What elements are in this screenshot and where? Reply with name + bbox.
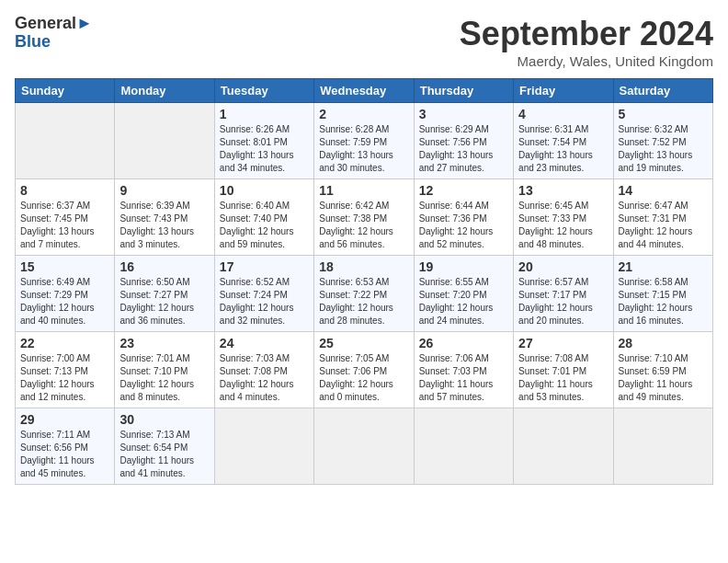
day-info: Sunrise: 6:45 AMSunset: 7:33 PMDaylight:… — [518, 201, 593, 249]
day-cell-23: 23 Sunrise: 7:01 AMSunset: 7:10 PMDaylig… — [115, 332, 214, 408]
day-info: Sunrise: 6:47 AMSunset: 7:31 PMDaylight:… — [619, 201, 693, 249]
day-info: Sunrise: 6:26 AMSunset: 8:01 PMDaylight:… — [220, 124, 294, 173]
day-number: 12 — [419, 183, 508, 198]
day-info: Sunrise: 6:42 AMSunset: 7:38 PMDaylight:… — [319, 201, 393, 249]
day-info: Sunrise: 6:53 AMSunset: 7:22 PMDaylight:… — [319, 277, 393, 326]
day-cell-27: 27 Sunrise: 7:08 AMSunset: 7:01 PMDaylig… — [514, 332, 613, 408]
day-number: 4 — [518, 107, 608, 121]
day-info: Sunrise: 6:32 AMSunset: 7:52 PMDaylight:… — [619, 124, 693, 173]
day-info: Sunrise: 6:28 AMSunset: 7:59 PMDaylight:… — [319, 124, 393, 173]
page-header: General► Blue September 2024 Maerdy, Wal… — [15, 15, 713, 69]
day-number: 8 — [20, 183, 109, 198]
day-cell-8: 8 Sunrise: 6:37 AMSunset: 7:45 PMDayligh… — [16, 179, 115, 256]
day-cell-15: 15 Sunrise: 6:49 AMSunset: 7:29 PMDaylig… — [16, 256, 115, 332]
day-number: 1 — [220, 107, 309, 121]
day-cell-20: 20 Sunrise: 6:57 AMSunset: 7:17 PMDaylig… — [514, 256, 613, 332]
day-info: Sunrise: 6:40 AMSunset: 7:40 PMDaylight:… — [220, 201, 294, 249]
empty-cell-w5-d5 — [514, 408, 613, 485]
day-info: Sunrise: 6:52 AMSunset: 7:24 PMDaylight:… — [220, 277, 294, 326]
logo-line2: Blue — [15, 33, 93, 52]
location: Maerdy, Wales, United Kingdom — [460, 53, 713, 69]
day-number: 29 — [20, 412, 109, 427]
day-number: 15 — [20, 259, 109, 274]
header-wednesday: Wednesday — [314, 79, 414, 103]
day-number: 28 — [619, 336, 708, 350]
day-number: 27 — [518, 336, 608, 350]
empty-cell-w5-d6 — [613, 408, 712, 485]
empty-cell-w1-d0 — [16, 103, 115, 179]
day-number: 20 — [518, 259, 608, 274]
day-info: Sunrise: 7:11 AMSunset: 6:56 PMDaylight:… — [20, 430, 95, 478]
day-number: 16 — [119, 259, 209, 274]
day-number: 23 — [119, 336, 209, 350]
title-area: September 2024 Maerdy, Wales, United Kin… — [460, 15, 713, 69]
day-info: Sunrise: 7:05 AMSunset: 7:06 PMDaylight:… — [319, 353, 393, 402]
day-number: 3 — [419, 107, 508, 121]
day-cell-22: 22 Sunrise: 7:00 AMSunset: 7:13 PMDaylig… — [16, 332, 115, 408]
day-cell-18: 18 Sunrise: 6:53 AMSunset: 7:22 PMDaylig… — [314, 256, 414, 332]
header-tuesday: Tuesday — [214, 79, 313, 103]
day-info: Sunrise: 6:39 AMSunset: 7:43 PMDaylight:… — [119, 201, 194, 249]
empty-cell-w1-d1 — [115, 103, 214, 179]
day-cell-10: 10 Sunrise: 6:40 AMSunset: 7:40 PMDaylig… — [214, 179, 313, 256]
day-info: Sunrise: 7:08 AMSunset: 7:01 PMDaylight:… — [518, 353, 593, 402]
day-number: 2 — [319, 107, 408, 121]
day-info: Sunrise: 6:31 AMSunset: 7:54 PMDaylight:… — [518, 124, 593, 173]
empty-cell-w5-d2 — [214, 408, 313, 485]
calendar-body: 1 Sunrise: 6:26 AMSunset: 8:01 PMDayligh… — [16, 103, 713, 485]
day-number: 14 — [619, 183, 708, 198]
header-saturday: Saturday — [613, 79, 712, 103]
day-cell-17: 17 Sunrise: 6:52 AMSunset: 7:24 PMDaylig… — [214, 256, 313, 332]
day-number: 11 — [319, 183, 408, 198]
empty-cell-w5-d4 — [414, 408, 513, 485]
day-info: Sunrise: 7:01 AMSunset: 7:10 PMDaylight:… — [119, 353, 194, 402]
week-row-1: 1 Sunrise: 6:26 AMSunset: 8:01 PMDayligh… — [16, 103, 713, 179]
day-info: Sunrise: 7:00 AMSunset: 7:13 PMDaylight:… — [20, 353, 95, 402]
day-number: 22 — [20, 336, 109, 350]
day-cell-28: 28 Sunrise: 7:10 AMSunset: 6:59 PMDaylig… — [613, 332, 712, 408]
day-cell-29: 29 Sunrise: 7:11 AMSunset: 6:56 PMDaylig… — [16, 408, 115, 485]
day-info: Sunrise: 7:06 AMSunset: 7:03 PMDaylight:… — [419, 353, 494, 402]
day-info: Sunrise: 7:10 AMSunset: 6:59 PMDaylight:… — [619, 353, 693, 402]
day-cell-4: 4 Sunrise: 6:31 AMSunset: 7:54 PMDayligh… — [514, 103, 613, 179]
day-number: 18 — [319, 259, 408, 274]
day-cell-25: 25 Sunrise: 7:05 AMSunset: 7:06 PMDaylig… — [314, 332, 414, 408]
day-info: Sunrise: 6:37 AMSunset: 7:45 PMDaylight:… — [20, 201, 95, 249]
day-number: 26 — [419, 336, 508, 350]
day-cell-2: 2 Sunrise: 6:28 AMSunset: 7:59 PMDayligh… — [314, 103, 414, 179]
day-cell-30: 30 Sunrise: 7:13 AMSunset: 6:54 PMDaylig… — [115, 408, 214, 485]
day-info: Sunrise: 6:57 AMSunset: 7:17 PMDaylight:… — [518, 277, 593, 326]
day-number: 10 — [220, 183, 309, 198]
header-thursday: Thursday — [414, 79, 513, 103]
day-cell-13: 13 Sunrise: 6:45 AMSunset: 7:33 PMDaylig… — [514, 179, 613, 256]
day-number: 21 — [619, 259, 708, 274]
day-cell-19: 19 Sunrise: 6:55 AMSunset: 7:20 PMDaylig… — [414, 256, 513, 332]
day-cell-5: 5 Sunrise: 6:32 AMSunset: 7:52 PMDayligh… — [613, 103, 712, 179]
day-cell-14: 14 Sunrise: 6:47 AMSunset: 7:31 PMDaylig… — [613, 179, 712, 256]
logo-line1: General► — [15, 15, 93, 33]
day-cell-16: 16 Sunrise: 6:50 AMSunset: 7:27 PMDaylig… — [115, 256, 214, 332]
calendar-header-row: SundayMondayTuesdayWednesdayThursdayFrid… — [16, 79, 713, 103]
day-info: Sunrise: 6:58 AMSunset: 7:15 PMDaylight:… — [619, 277, 693, 326]
day-info: Sunrise: 7:03 AMSunset: 7:08 PMDaylight:… — [220, 353, 294, 402]
day-number: 17 — [220, 259, 309, 274]
day-cell-1: 1 Sunrise: 6:26 AMSunset: 8:01 PMDayligh… — [214, 103, 313, 179]
empty-cell-w5-d3 — [314, 408, 414, 485]
day-info: Sunrise: 6:50 AMSunset: 7:27 PMDaylight:… — [119, 277, 194, 326]
day-info: Sunrise: 6:29 AMSunset: 7:56 PMDaylight:… — [419, 124, 494, 173]
calendar-table: SundayMondayTuesdayWednesdayThursdayFrid… — [15, 78, 713, 485]
day-info: Sunrise: 7:13 AMSunset: 6:54 PMDaylight:… — [119, 430, 194, 478]
day-number: 25 — [319, 336, 408, 350]
day-number: 19 — [419, 259, 508, 274]
day-cell-11: 11 Sunrise: 6:42 AMSunset: 7:38 PMDaylig… — [314, 179, 414, 256]
day-cell-3: 3 Sunrise: 6:29 AMSunset: 7:56 PMDayligh… — [414, 103, 513, 179]
week-row-5: 29 Sunrise: 7:11 AMSunset: 6:56 PMDaylig… — [16, 408, 713, 485]
day-info: Sunrise: 6:44 AMSunset: 7:36 PMDaylight:… — [419, 201, 494, 249]
day-cell-26: 26 Sunrise: 7:06 AMSunset: 7:03 PMDaylig… — [414, 332, 513, 408]
day-cell-9: 9 Sunrise: 6:39 AMSunset: 7:43 PMDayligh… — [115, 179, 214, 256]
week-row-3: 15 Sunrise: 6:49 AMSunset: 7:29 PMDaylig… — [16, 256, 713, 332]
day-number: 24 — [220, 336, 309, 350]
week-row-2: 8 Sunrise: 6:37 AMSunset: 7:45 PMDayligh… — [16, 179, 713, 256]
logo: General► Blue — [15, 15, 93, 52]
day-cell-24: 24 Sunrise: 7:03 AMSunset: 7:08 PMDaylig… — [214, 332, 313, 408]
